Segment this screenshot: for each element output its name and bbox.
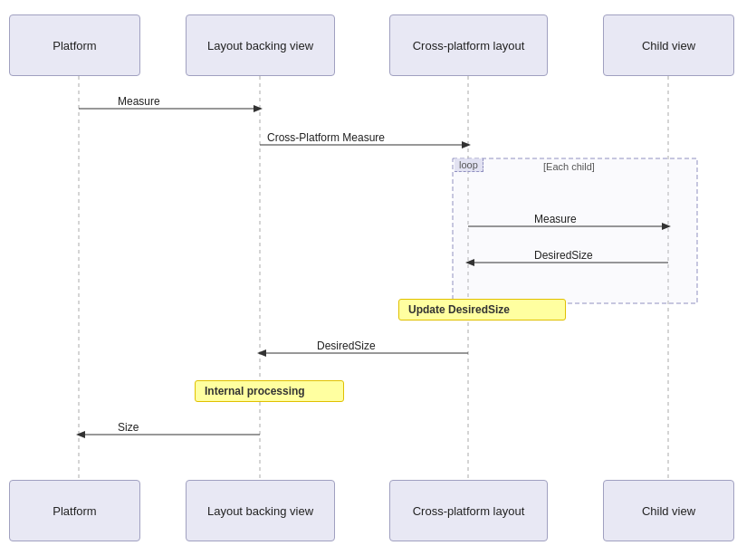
note-internal-processing: Internal processing <box>195 380 344 402</box>
svg-marker-16 <box>76 431 85 438</box>
actor-cross-platform-top: Cross-platform layout <box>389 14 548 76</box>
note-update-desiredsize: Update DesiredSize <box>398 299 566 321</box>
actor-layout-backing-top: Layout backing view <box>186 14 335 76</box>
svg-marker-10 <box>662 223 671 230</box>
actor-cross-platform-bottom: Cross-platform layout <box>389 480 548 541</box>
sequence-diagram: Platform Layout backing view Cross-platf… <box>0 0 756 555</box>
actor-child-view-bottom: Child view <box>603 480 734 541</box>
svg-marker-6 <box>254 105 263 112</box>
msg-cross-platform-measure: Cross-Platform Measure <box>267 131 385 144</box>
svg-marker-14 <box>257 349 266 357</box>
msg-measure-1: Measure <box>118 95 160 108</box>
msg-measure-2: Measure <box>534 213 577 225</box>
svg-rect-4 <box>453 158 697 303</box>
actor-layout-backing-bottom: Layout backing view <box>186 480 335 541</box>
actor-platform-top: Platform <box>9 14 140 76</box>
actor-platform-bottom: Platform <box>9 480 140 541</box>
loop-tag-label: loop <box>455 158 483 172</box>
actor-child-view-top: Child view <box>603 14 734 76</box>
svg-marker-8 <box>462 141 471 148</box>
svg-marker-12 <box>465 259 474 266</box>
msg-size: Size <box>118 421 139 434</box>
msg-desiredsize-2: DesiredSize <box>317 340 376 352</box>
loop-each-label: [Each child] <box>543 161 595 172</box>
msg-desiredsize-1: DesiredSize <box>534 249 593 262</box>
